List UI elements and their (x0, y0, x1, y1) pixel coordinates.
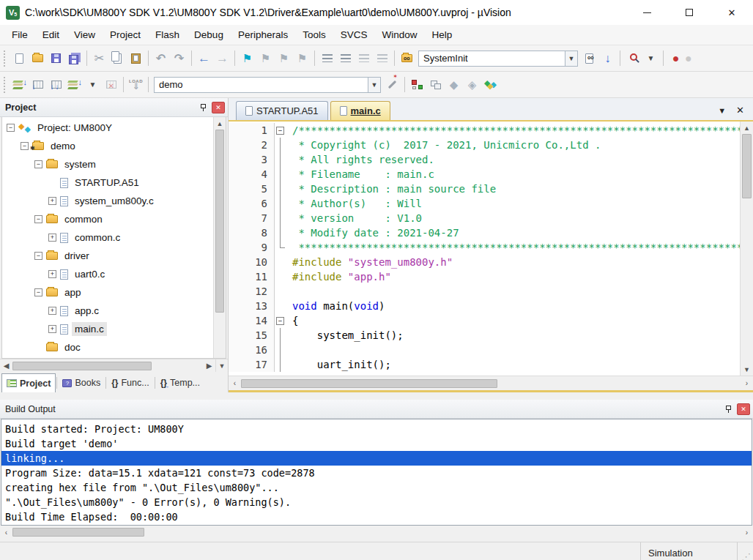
menu-help[interactable]: Help (425, 26, 460, 43)
scroll-left-icon[interactable]: ‹ (0, 526, 12, 539)
close-button[interactable]: ✕ (711, 0, 753, 25)
scroll-right-icon[interactable]: › (741, 377, 753, 390)
code-line[interactable]: 3 * All rights reserved. (229, 152, 740, 167)
undo-icon[interactable]: ↶ (152, 50, 170, 67)
minimize-button[interactable] (626, 0, 668, 25)
expand-icon[interactable]: + (48, 197, 56, 205)
scrollbar-thumb[interactable] (12, 362, 152, 370)
menu-peripherals[interactable]: Peripherals (231, 26, 295, 43)
bookmark-next-icon[interactable]: ⚑ (275, 50, 293, 67)
pin-icon[interactable] (722, 403, 735, 415)
build-output-line[interactable]: creating hex file from ".\Out_Files\um80… (1, 480, 752, 495)
bookmark-clear-icon[interactable]: ⚑ (293, 50, 311, 67)
menu-svcs[interactable]: SVCS (333, 26, 375, 43)
tree-item-common[interactable]: −common (2, 210, 213, 228)
close-document-icon[interactable]: ✕ (736, 105, 744, 116)
maximize-button[interactable] (668, 0, 711, 25)
expand-icon[interactable]: + (48, 325, 56, 333)
expand-icon[interactable]: + (48, 270, 56, 278)
close-icon[interactable]: ✕ (737, 403, 750, 415)
code-line[interactable]: 10#include "system_um800y.h" (229, 255, 740, 269)
file-extensions-icon[interactable] (426, 76, 445, 94)
save-icon[interactable] (47, 50, 65, 67)
build-output-line[interactable]: Program Size: data=15.1 xdata=121 const=… (1, 466, 752, 480)
menu-tools[interactable]: Tools (295, 26, 333, 43)
scroll-down-icon[interactable]: ▼ (741, 363, 753, 376)
tree-item-startup-a51[interactable]: STARTUP.A51 (2, 173, 213, 192)
incremental-find-icon[interactable]: ↓ (598, 50, 617, 67)
dropdown-caret-icon[interactable]: ▼ (84, 76, 102, 94)
paste-icon[interactable] (127, 50, 145, 67)
dropdown-caret-icon[interactable]: ▼ (642, 50, 660, 67)
find-in-files-icon[interactable]: oo (398, 50, 416, 67)
tree-horizontal-scrollbar[interactable]: ◀ ▶ ▼ (0, 359, 228, 372)
collapse-icon[interactable]: − (34, 215, 42, 223)
bookmark-prev-icon[interactable]: ⚑ (256, 50, 275, 67)
translate-file-icon[interactable]: ↓ (10, 76, 29, 94)
expand-icon[interactable]: + (48, 307, 56, 315)
target-options-icon[interactable] (408, 76, 426, 94)
chevron-down-icon[interactable]: ▼ (368, 78, 380, 92)
comment-selection-icon[interactable] (355, 50, 373, 67)
code-line[interactable]: 1−/*************************************… (229, 123, 740, 138)
code-line[interactable]: 11#include "app.h" (229, 269, 740, 284)
panel-tab-func[interactable]: {}Func... (107, 373, 154, 392)
scroll-up-icon[interactable]: ▲ (214, 117, 226, 130)
collapse-icon[interactable]: − (21, 142, 29, 150)
tab-list-dropdown-icon[interactable]: ▼ (718, 106, 726, 115)
scroll-up-icon[interactable]: ▲ (741, 122, 753, 134)
indent-icon[interactable] (318, 50, 336, 67)
build-output-line[interactable]: ".\Out_Files\um800y" - 0 Error(s), 0 War… (1, 495, 752, 509)
scroll-left-icon[interactable]: ◀ (0, 359, 12, 373)
redo-icon[interactable]: ↷ (170, 50, 188, 67)
collapse-icon[interactable]: − (34, 252, 42, 260)
download-load-icon[interactable]: LOAD⇓ (127, 76, 145, 94)
tree-item-system[interactable]: −system (2, 155, 213, 173)
code-line[interactable]: 7 * version : V1.0 (229, 211, 740, 225)
debug-wand-icon[interactable] (383, 76, 401, 94)
code-line[interactable]: 8 * Modify date : 2021-04-27 (229, 225, 740, 240)
tree-item-driver[interactable]: −driver (2, 247, 213, 265)
breakpoint-toggle-icon[interactable]: ● (667, 50, 685, 67)
menu-file[interactable]: File (4, 26, 35, 43)
collapse-icon[interactable]: − (34, 288, 42, 296)
menu-window[interactable]: Window (374, 26, 424, 43)
scrollbar-thumb[interactable] (215, 130, 224, 313)
pin-icon[interactable] (196, 102, 209, 113)
toolbar-grip[interactable] (4, 77, 7, 93)
scroll-right-icon[interactable]: ▶ (203, 359, 215, 373)
build-target-icon[interactable]: ↓ (29, 76, 47, 94)
copy-icon[interactable] (108, 50, 127, 67)
pack-installer-icon[interactable]: ◆◆◆ (481, 76, 500, 94)
fold-collapse-icon[interactable]: − (276, 317, 284, 325)
rebuild-all-icon[interactable]: ↓↓ (47, 76, 65, 94)
scrollbar-thumb[interactable] (742, 134, 752, 198)
editor-vertical-scrollbar[interactable]: ▲ ▼ (740, 122, 753, 376)
tree-item-project-um800y[interactable]: −◆◆Project: UM800Y (2, 119, 213, 137)
tree-item-uart0-c[interactable]: +uart0.c (2, 265, 213, 283)
build-output-line[interactable]: Build started: Project: UM800Y (1, 422, 752, 436)
code-line[interactable]: 9 **************************************… (229, 240, 740, 255)
editor-tab-main-c[interactable]: main.c (330, 101, 390, 120)
collapse-icon[interactable]: − (34, 160, 42, 168)
panel-tab-temp[interactable]: {}→Temp... (156, 373, 204, 392)
code-line[interactable]: 5 * Description : main source file (229, 182, 740, 196)
manage-rte-icon[interactable]: ◈ (463, 76, 481, 94)
stop-build-icon[interactable]: ✕ (102, 76, 120, 94)
code-line[interactable]: 15 system_init(); (229, 328, 740, 343)
target-combo[interactable]: demo ▼ (154, 77, 381, 93)
tree-item-common-c[interactable]: +common.c (2, 228, 213, 247)
build-output-line[interactable]: linking... (1, 451, 752, 466)
scrollbar-thumb[interactable] (12, 528, 144, 537)
tree-item-system-um800y-c[interactable]: +system_um800y.c (2, 192, 213, 210)
code-area[interactable]: 1−/*************************************… (229, 122, 753, 376)
fold-collapse-icon[interactable]: − (276, 127, 284, 135)
panel-tab-books[interactable]: ?Books (58, 373, 105, 392)
code-line[interactable]: 12 (229, 284, 740, 299)
chevron-down-icon[interactable]: ▼ (565, 51, 577, 66)
tree-vertical-scrollbar[interactable]: ▲ (213, 117, 226, 358)
code-line[interactable]: 14−{ (229, 313, 740, 328)
batch-build-icon[interactable]: ↓ (65, 76, 84, 94)
panel-tab-project[interactable]: Project (1, 373, 56, 392)
tree-item-demo[interactable]: −demo (2, 137, 213, 155)
